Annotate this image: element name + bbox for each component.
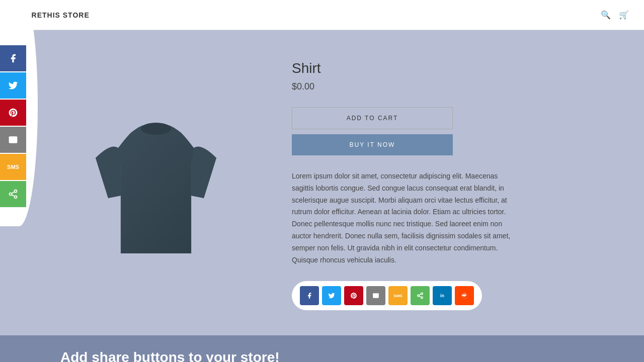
share-sharethis-button[interactable] [411,286,430,305]
facebook-icon [8,53,18,63]
share-email-button[interactable] [366,286,385,305]
banner-text: Add share buttons to your store! [60,349,584,362]
sidebar-twitter-button[interactable] [0,72,26,99]
product-price: $0.00 [292,81,594,92]
share-sms-button[interactable]: SMS [388,286,408,305]
buy-now-button[interactable]: BUY IT NOW [292,134,453,155]
sidebar-email-button[interactable] [0,127,26,153]
main-content: Shirt $0.00 ADD TO CART BUY IT NOW Lorem… [0,30,644,335]
svg-line-10 [419,294,421,295]
social-sidebar: SMS [0,45,26,208]
header-actions [601,10,629,20]
header: SHARETHIS STORE [0,0,644,30]
svg-point-7 [418,295,420,297]
product-info: Shirt $0.00 ADD TO CART BUY IT NOW Lorem… [292,55,594,310]
sidebar-share-button[interactable] [0,181,26,207]
product-title: Shirt [292,60,594,76]
email-icon [8,135,18,145]
product-image-area [60,55,252,310]
share-linkedin-button[interactable]: in [433,286,452,305]
svg-point-2 [15,196,17,198]
cart-icon[interactable] [619,10,629,20]
bottom-banner: Add share buttons to your store! [0,335,644,362]
share-icon [8,189,18,199]
svg-line-9 [419,296,421,297]
share-facebook-button[interactable] [300,286,319,305]
svg-point-1 [10,193,12,196]
pinterest-icon [8,108,18,118]
svg-point-6 [421,293,423,295]
sidebar-pinterest-button[interactable] [0,100,26,126]
sidebar-sms-button[interactable]: SMS [0,154,26,180]
share-reddit-button[interactable] [455,286,474,305]
sidebar-facebook-button[interactable] [0,45,26,71]
svg-line-4 [12,192,15,193]
search-icon[interactable] [601,10,611,20]
svg-point-8 [421,297,423,299]
svg-point-0 [15,190,17,193]
svg-line-3 [12,195,15,196]
add-to-cart-button[interactable]: ADD TO CART [292,107,453,129]
share-buttons-row: SMS in [292,281,482,310]
share-pinterest-button[interactable] [344,286,363,305]
shirt-container [75,77,236,289]
share-twitter-button[interactable] [322,286,341,305]
product-description: Lorem ipsum dolor sit amet, consectetur … [292,170,513,266]
svg-point-5 [141,123,171,135]
twitter-icon [8,80,18,90]
shirt-image [80,87,231,279]
